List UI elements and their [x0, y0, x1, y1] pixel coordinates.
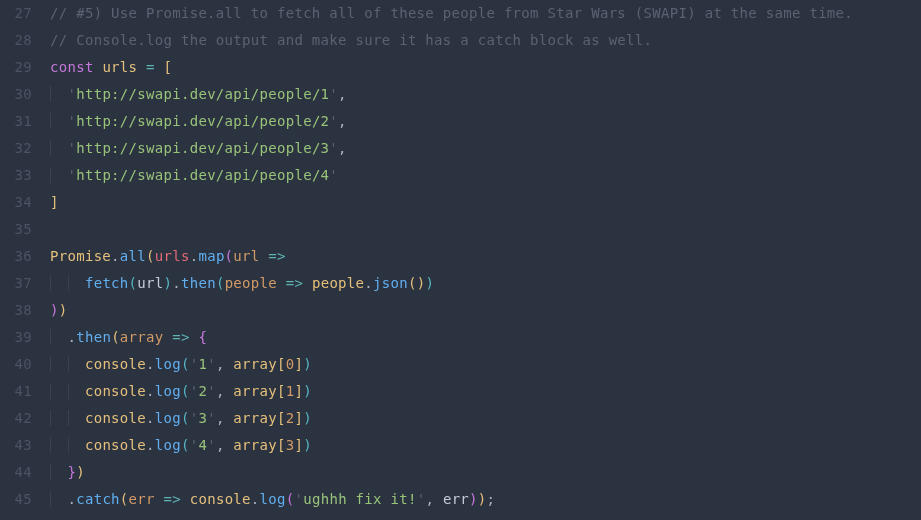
line-number: 27 [0, 0, 32, 27]
line-number: 34 [0, 189, 32, 216]
token-punct: , [216, 356, 225, 372]
token-strq: ' [329, 167, 338, 183]
line-number: 39 [0, 324, 32, 351]
line-number: 40 [0, 351, 32, 378]
line-number: 32 [0, 135, 32, 162]
code-line[interactable]: 'http://swapi.dev/api/people/2', [50, 108, 921, 135]
token-strq: ' [329, 113, 338, 129]
line-number: 29 [0, 54, 32, 81]
token-obj: array [233, 437, 277, 453]
token-bracket-b: ( [129, 275, 138, 291]
token-strq: ' [67, 167, 76, 183]
code-line[interactable]: console.log('4', array[3]) [50, 432, 921, 459]
token-punct: , [338, 140, 347, 156]
line-number: 43 [0, 432, 32, 459]
token-func: then [76, 329, 111, 345]
token-operator: => [172, 329, 189, 345]
token-punct: , [338, 86, 347, 102]
token-string: http://swapi.dev/api/people/2 [76, 113, 329, 129]
token-param: array [120, 329, 164, 345]
token-bracket-b: ) [303, 437, 312, 453]
token-func: log [155, 410, 181, 426]
line-number: 41 [0, 378, 32, 405]
token-string: 2 [198, 383, 207, 399]
indent [50, 356, 85, 372]
line-number: 45 [0, 486, 32, 513]
line-number: 31 [0, 108, 32, 135]
code-line[interactable]: 'http://swapi.dev/api/people/1', [50, 81, 921, 108]
line-number: 28 [0, 27, 32, 54]
token-strq: ' [67, 113, 76, 129]
code-line[interactable]: }) [50, 459, 921, 486]
token-punct: , [216, 383, 225, 399]
token-punct: . [251, 491, 260, 507]
line-number: 42 [0, 405, 32, 432]
token-bracket-b: ) [164, 275, 173, 291]
code-line[interactable]: // #5) Use Promise.all to fetch all of t… [50, 0, 921, 27]
token-bracket-y: ) [59, 302, 68, 318]
token-operator: => [164, 491, 181, 507]
code-line[interactable]: const urls = [ [50, 54, 921, 81]
token-string: 4 [198, 437, 207, 453]
token-strq: ' [67, 140, 76, 156]
token-func: map [198, 248, 224, 264]
token-obj: people [312, 275, 364, 291]
token-strq: ' [329, 86, 338, 102]
code-line[interactable]: console.log('1', array[0]) [50, 351, 921, 378]
token-bracket-y: ( [120, 491, 129, 507]
code-line[interactable]: )) [50, 297, 921, 324]
code-line[interactable]: 'http://swapi.dev/api/people/3', [50, 135, 921, 162]
code-editor[interactable]: 27282930313233343536373839404142434445 /… [0, 0, 921, 513]
code-line[interactable]: console.log('3', array[2]) [50, 405, 921, 432]
line-number-gutter: 27282930313233343536373839404142434445 [0, 0, 50, 513]
line-number: 36 [0, 243, 32, 270]
code-line[interactable]: Promise.all(urls.map(url => [50, 243, 921, 270]
token-string: 1 [198, 356, 207, 372]
code-line[interactable]: .then(array => { [50, 324, 921, 351]
token-punct: . [172, 275, 181, 291]
token-ident [434, 491, 443, 507]
token-ident [181, 491, 190, 507]
token-strq: ' [207, 410, 216, 426]
token-bracket-b: ( [181, 410, 190, 426]
token-ident [155, 491, 164, 507]
token-bracket-y: [ [277, 437, 286, 453]
code-line[interactable] [50, 216, 921, 243]
code-line[interactable]: 'http://swapi.dev/api/people/4' [50, 162, 921, 189]
token-func: catch [76, 491, 120, 507]
code-line[interactable]: fetch(url).then(people => people.json()) [50, 270, 921, 297]
token-func: log [155, 437, 181, 453]
line-number: 35 [0, 216, 32, 243]
token-bracket-p: ) [50, 302, 59, 318]
token-punct: , [216, 410, 225, 426]
line-number: 33 [0, 162, 32, 189]
token-param: err [129, 491, 155, 507]
token-bracket-b: ( [181, 383, 190, 399]
token-ident: url [137, 275, 163, 291]
token-bracket-y: ( [408, 275, 417, 291]
token-string: http://swapi.dev/api/people/4 [76, 167, 329, 183]
token-punct: . [146, 383, 155, 399]
token-operator: => [286, 275, 303, 291]
code-line[interactable]: ] [50, 189, 921, 216]
token-bracket-y: [ [277, 410, 286, 426]
token-bracket-y: ) [76, 464, 85, 480]
token-func: fetch [85, 275, 129, 291]
token-punct: . [146, 356, 155, 372]
token-strq: ' [207, 437, 216, 453]
token-bracket-y: ] [294, 410, 303, 426]
token-strq: ' [207, 356, 216, 372]
token-ident: err [443, 491, 469, 507]
token-string: 3 [198, 410, 207, 426]
indent [50, 410, 85, 426]
indent [50, 491, 67, 507]
token-param: url [233, 248, 259, 264]
token-func: json [373, 275, 408, 291]
code-line[interactable]: console.log('2', array[1]) [50, 378, 921, 405]
token-bracket-y: ) [478, 491, 487, 507]
indent [50, 329, 67, 345]
code-line[interactable]: // Console.log the output and make sure … [50, 27, 921, 54]
code-line[interactable]: .catch(err => console.log('ughhh fix it!… [50, 486, 921, 513]
line-number: 38 [0, 297, 32, 324]
code-area[interactable]: // #5) Use Promise.all to fetch all of t… [50, 0, 921, 513]
